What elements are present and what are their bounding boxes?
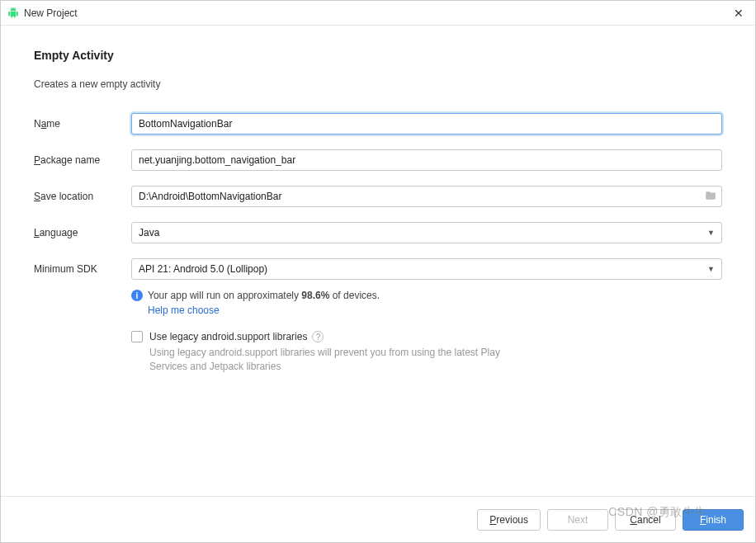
package-label: Package name	[34, 154, 131, 166]
legacy-support-label: Use legacy android.support libraries	[149, 331, 307, 342]
legacy-support-description: Using legacy android.support libraries w…	[149, 346, 529, 374]
help-icon[interactable]: ?	[312, 331, 324, 342]
android-icon	[7, 7, 19, 19]
help-me-choose-link[interactable]: Help me choose	[148, 305, 722, 316]
chevron-down-icon: ▼	[707, 229, 715, 237]
info-icon: i	[131, 290, 143, 301]
previous-button[interactable]: Previous	[477, 509, 541, 531]
window-title: New Project	[24, 7, 78, 19]
minimum-sdk-label: Minimum SDK	[34, 263, 131, 275]
folder-icon[interactable]	[704, 190, 717, 204]
cancel-button[interactable]: Cancel	[615, 509, 676, 531]
new-project-dialog: New Project ✕ Empty Activity Creates a n…	[0, 0, 756, 543]
finish-button[interactable]: Finish	[683, 509, 744, 531]
minimum-sdk-value: API 21: Android 5.0 (Lollipop)	[139, 263, 267, 275]
save-location-label: Save location	[34, 191, 131, 202]
legacy-support-checkbox[interactable]	[131, 331, 143, 342]
close-icon[interactable]: ✕	[729, 7, 749, 20]
titlebar: New Project ✕	[1, 1, 755, 26]
dialog-footer: Previous Next Cancel Finish	[1, 496, 755, 542]
language-label: Language	[34, 227, 131, 238]
page-subtitle: Creates a new empty activity	[34, 78, 722, 90]
language-select[interactable]: Java ▼	[131, 222, 722, 243]
chevron-down-icon: ▼	[707, 265, 715, 273]
device-coverage-info: i Your app will run on approximately 98.…	[131, 290, 722, 301]
next-button: Next	[547, 509, 608, 531]
language-value: Java	[139, 227, 159, 238]
name-input[interactable]	[131, 113, 722, 135]
minimum-sdk-select[interactable]: API 21: Android 5.0 (Lollipop) ▼	[131, 258, 722, 280]
save-location-input[interactable]	[131, 186, 722, 207]
dialog-content: Empty Activity Creates a new empty activ…	[1, 26, 755, 496]
page-title: Empty Activity	[34, 49, 722, 62]
package-input[interactable]	[131, 149, 722, 171]
name-label: Name	[34, 118, 131, 130]
